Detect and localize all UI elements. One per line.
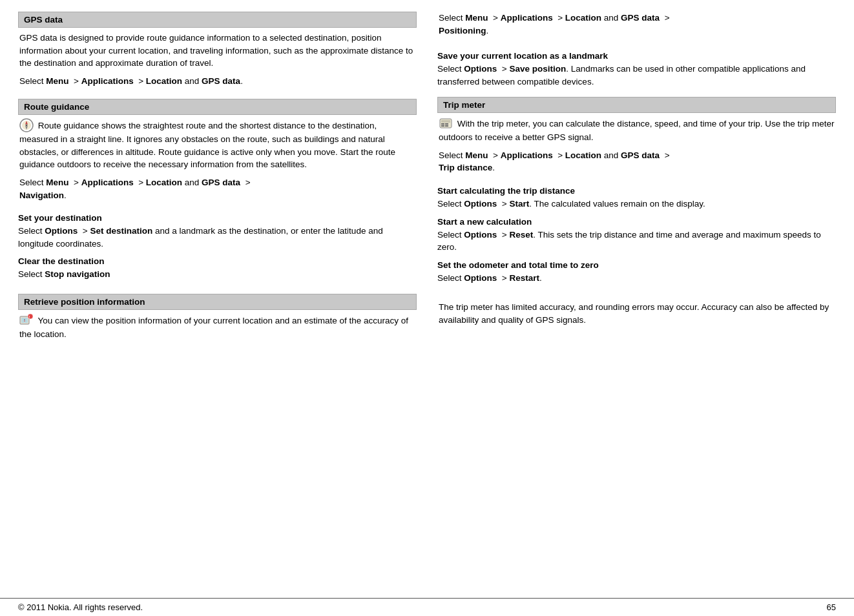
gps-data-description: GPS data is designed to provide route gu… — [19, 32, 415, 70]
svg-point-4 — [26, 125, 28, 127]
svg-rect-15 — [441, 125, 444, 127]
retrieve-position-section: Retrieve position information ! — [18, 294, 417, 346]
clear-destination-body: Select Stop navigation — [18, 268, 417, 281]
odometer-body: Select Options > Restart. — [437, 272, 836, 285]
gps-data-body: GPS data is designed to provide route gu… — [18, 32, 417, 87]
start-calculating-subsection: Start calculating the trip distance Sele… — [437, 186, 836, 210]
route-guidance-title: Route guidance — [24, 102, 89, 112]
gps-data-section: GPS data GPS data is designed to provide… — [18, 12, 417, 92]
trip-meter-nav: Select Menu > Applications > Location an… — [439, 149, 835, 174]
gps-positioning-nav: Select Menu > Applications > Location an… — [437, 12, 836, 42]
route-guidance-nav: Select Menu > Applications > Location an… — [19, 176, 415, 201]
right-column: Select Menu > Applications > Location an… — [437, 12, 836, 591]
route-guidance-body: Route guidance shows the straightest rou… — [18, 119, 417, 201]
trip-meter-title: Trip meter — [443, 100, 485, 110]
retrieve-position-description: ! You can view the position information … — [19, 314, 415, 341]
clear-destination-title: Clear the destination — [18, 256, 417, 266]
route-guidance-description: Route guidance shows the straightest rou… — [19, 119, 415, 171]
content-area: GPS data GPS data is designed to provide… — [0, 0, 854, 598]
set-destination-subsection: Set your destination Select Options > Se… — [18, 213, 417, 250]
svg-rect-12 — [441, 120, 450, 123]
retrieve-position-title: Retrieve position information — [24, 297, 145, 307]
gps-data-desc-text: GPS data is designed to provide route gu… — [19, 33, 413, 68]
page-number: 65 — [827, 602, 836, 612]
page: GPS data GPS data is designed to provide… — [0, 0, 854, 616]
gps-data-title: GPS data — [24, 15, 63, 25]
set-destination-title: Set your destination — [18, 213, 417, 223]
trip-meter-description: With the trip meter, you can calculate t… — [439, 117, 835, 144]
gps-data-nav: Select Menu > Applications > Location an… — [19, 75, 415, 88]
clear-destination-subsection: Clear the destination Select Stop naviga… — [18, 256, 417, 281]
new-calculation-title: Start a new calculation — [437, 217, 836, 227]
set-destination-body: Select Options > Set destination and a l… — [18, 225, 417, 250]
trip-meter-icon — [439, 116, 453, 130]
copyright-text: © 2011 Nokia. All rights reserved. — [18, 602, 143, 612]
svg-rect-16 — [445, 125, 448, 127]
footer: © 2011 Nokia. All rights reserved. 65 — [0, 598, 854, 616]
position-icon: ! — [19, 313, 34, 327]
start-calculating-title: Start calculating the trip distance — [437, 186, 836, 196]
left-column: GPS data GPS data is designed to provide… — [18, 12, 417, 591]
svg-rect-14 — [445, 123, 448, 125]
new-calculation-body: Select Options > Reset. This sets the tr… — [437, 229, 836, 254]
trip-meter-body: With the trip meter, you can calculate t… — [437, 117, 836, 174]
retrieve-position-header: Retrieve position information — [18, 294, 417, 310]
route-guidance-section: Route guidance Route guidance shows the … — [18, 99, 417, 207]
odometer-title: Set the odometer and total time to zero — [437, 260, 836, 270]
svg-rect-13 — [441, 123, 444, 125]
save-location-body: Select Options > Save position. Landmark… — [437, 63, 836, 88]
trip-meter-header: Trip meter — [437, 97, 836, 113]
save-location-title: Save your current location as a landmark — [437, 51, 836, 61]
accuracy-note: The trip meter has limited accuracy, and… — [437, 301, 836, 331]
retrieve-position-body: ! You can view the position information … — [18, 314, 417, 341]
trip-meter-section: Trip meter With the trip meter — [437, 97, 836, 180]
new-calculation-subsection: Start a new calculation Select Options >… — [437, 217, 836, 254]
accuracy-note-text: The trip meter has limited accuracy, and… — [439, 301, 835, 326]
odometer-subsection: Set the odometer and total time to zero … — [437, 260, 836, 285]
route-guidance-header: Route guidance — [18, 99, 417, 115]
route-icon — [19, 118, 34, 132]
gps-data-header: GPS data — [18, 12, 417, 28]
save-location-subsection: Save your current location as a landmark… — [437, 51, 836, 88]
start-calculating-body: Select Options > Start. The calculated v… — [437, 198, 836, 210]
